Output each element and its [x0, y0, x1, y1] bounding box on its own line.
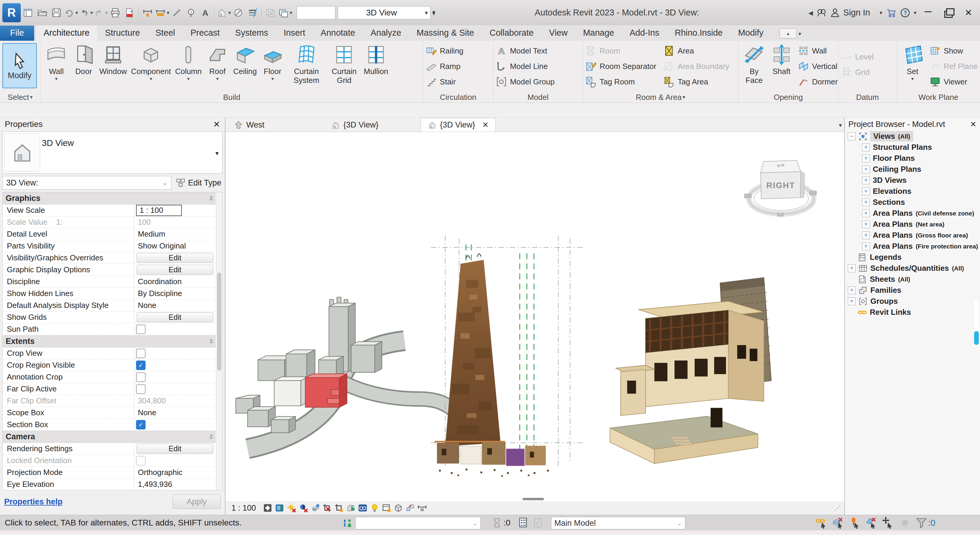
tree-item-area-plans-fire[interactable]: Area Plans(Fire protection area) [845, 241, 980, 252]
tree-item-sheets[interactable]: Sheets(All) [845, 274, 980, 285]
default-3d-view-icon[interactable] [216, 5, 231, 21]
property-row[interactable]: Visibility/Graphics OverridesEdit [3, 252, 216, 264]
properties-scrollbar[interactable] [216, 192, 222, 490]
collapse-icon[interactable] [210, 195, 213, 202]
tree-item-groups[interactable]: Groups [845, 296, 980, 307]
ribbon-button-tag-area[interactable]: Tag Area [663, 74, 729, 89]
ribbon-button-mullion[interactable]: Mullion [362, 43, 390, 82]
crop-view-icon[interactable] [322, 503, 332, 513]
type-selector[interactable]: 3D View [2, 131, 223, 174]
save-icon[interactable] [49, 5, 63, 21]
view-type-selector[interactable]: 3D View▾ [338, 6, 430, 19]
sun-path-checkbox[interactable] [136, 325, 146, 334]
tab-architecture[interactable]: Architecture [36, 25, 97, 41]
file-properties-icon[interactable] [21, 5, 35, 21]
view-scale-value[interactable]: 1 : 100 [136, 205, 182, 216]
tab-insert[interactable]: Insert [276, 25, 313, 41]
tree-item-area-plans-civil[interactable]: Area Plans(Civil defense zone) [845, 208, 980, 219]
section-graphics[interactable]: Graphics [3, 192, 216, 204]
collapse-icon[interactable] [210, 433, 213, 440]
tab-file[interactable]: File [0, 25, 34, 41]
tree-item-floor-plans[interactable]: Floor Plans [845, 153, 980, 164]
tree-item-revit-links[interactable]: Revit Links [845, 307, 980, 318]
sign-in-chevron-icon[interactable]: ▾ [880, 10, 882, 16]
export-pdf-icon[interactable] [123, 5, 136, 21]
expand-box-icon[interactable] [862, 242, 870, 250]
tree-item-ceiling-plans[interactable]: Ceiling Plans [845, 164, 980, 175]
view-tab-3d-2[interactable]: {3D View} [421, 118, 495, 132]
detail-line-icon[interactable] [170, 5, 184, 21]
redo-icon[interactable] [94, 5, 108, 21]
modify-button[interactable]: Modify [2, 43, 37, 88]
expand-box-icon[interactable] [862, 221, 870, 228]
expand-box-icon[interactable] [862, 210, 870, 217]
edit-button[interactable]: Edit [137, 253, 213, 263]
type-filter-combo[interactable]: 3D View: [2, 176, 172, 189]
app-store-icon[interactable] [885, 7, 897, 18]
ribbon-button-area-boundary[interactable]: Area Boundary [663, 59, 729, 74]
help-icon[interactable]: ? [899, 7, 911, 18]
edit-type-button[interactable]: Edit Type [174, 178, 223, 188]
properties-help-link[interactable]: Properties help [4, 497, 63, 506]
tree-item-area-plans-gross[interactable]: Area Plans(Gross floor area) [845, 230, 980, 241]
ribbon-button-room-separator[interactable]: Room Separator [585, 59, 657, 74]
visual-style-icon[interactable] [274, 503, 285, 513]
ribbon-button-model-line[interactable]: Model Line [496, 59, 558, 74]
property-row[interactable]: Rendering SettingsEdit [3, 443, 216, 455]
workset-selector[interactable] [355, 517, 480, 529]
ribbon-button-floor[interactable]: Floor [259, 43, 286, 82]
ribbon-button-model-group[interactable]: Model Group [496, 74, 558, 89]
close-button[interactable] [960, 5, 977, 21]
ribbon-button-model-text[interactable]: AModel Text [496, 43, 558, 59]
reveal-constraints-icon[interactable] [417, 503, 427, 513]
scale-button[interactable]: 1 : 100 [231, 503, 256, 513]
far-clip-active-checkbox[interactable] [136, 384, 146, 394]
tab-massing-site[interactable]: Massing & Site [409, 25, 482, 41]
crop-region-icon[interactable] [334, 503, 344, 513]
ribbon-button-component[interactable]: Component [129, 43, 173, 82]
shadows-icon[interactable] [298, 503, 309, 513]
room-area-group-label[interactable]: Room & Area [583, 92, 738, 102]
property-row[interactable]: Crop Region Visible [3, 359, 216, 371]
ribbon-button-wall[interactable]: Wall [43, 43, 70, 82]
worksets-icon[interactable] [342, 517, 353, 529]
property-row[interactable]: Crop View [3, 347, 216, 359]
tab-steel[interactable]: Steel [148, 25, 183, 41]
ribbon-button-ref-plane[interactable]: Ref Plane [929, 59, 978, 74]
property-row[interactable]: Graphic Display OptionsEdit [3, 264, 216, 276]
ribbon-button-opening-wall[interactable]: Wall [798, 43, 838, 59]
detail-level-icon[interactable] [262, 503, 273, 513]
ribbon-button-grid[interactable]: Grid [841, 65, 873, 80]
undo-icon[interactable] [79, 5, 93, 21]
expand-box-icon[interactable] [862, 188, 870, 195]
crop-region-visible-checkbox[interactable] [136, 360, 146, 370]
tree-item-sections[interactable]: Sections [845, 197, 980, 208]
design-options-icon[interactable] [519, 517, 530, 528]
collapse-icon[interactable] [210, 338, 213, 344]
section-extents[interactable]: Extents [3, 335, 216, 347]
tree-item-structural-plans[interactable]: Structural Plans [845, 142, 980, 153]
apply-button[interactable]: Apply [173, 495, 221, 509]
ribbon-button-set[interactable]: Set [899, 43, 926, 82]
thin-lines-icon[interactable] [246, 5, 259, 21]
edit-button[interactable]: Edit [137, 444, 213, 454]
expand-box-icon[interactable] [848, 264, 856, 272]
drag-elements-icon[interactable] [882, 517, 894, 529]
property-row[interactable]: Annotation Crop [3, 371, 216, 383]
selection-filter[interactable]: :0 [916, 517, 935, 529]
ribbon-button-show-workplane[interactable]: Show [929, 43, 978, 59]
ribbon-button-door[interactable]: Door [70, 43, 97, 82]
collapse-search-icon[interactable]: ◂ [808, 8, 813, 18]
close-icon[interactable] [213, 119, 220, 129]
annotation-crop-checkbox[interactable] [136, 373, 146, 382]
crop-view-checkbox[interactable] [136, 349, 146, 358]
reveal-hidden-elements-icon[interactable] [369, 503, 380, 513]
ribbon-button-railing[interactable]: Railing [426, 43, 467, 59]
sign-in-button[interactable]: Sign In [843, 8, 870, 18]
tab-systems[interactable]: Systems [228, 25, 276, 41]
tab-collaborate[interactable]: Collaborate [482, 25, 541, 41]
tab-overflow-icon[interactable] [839, 121, 842, 129]
tree-item-elevations[interactable]: Elevations [845, 186, 980, 197]
property-row[interactable]: View Scale1 : 100 [3, 204, 216, 217]
tree-item-area-plans-net[interactable]: Area Plans(Net area) [845, 219, 980, 230]
